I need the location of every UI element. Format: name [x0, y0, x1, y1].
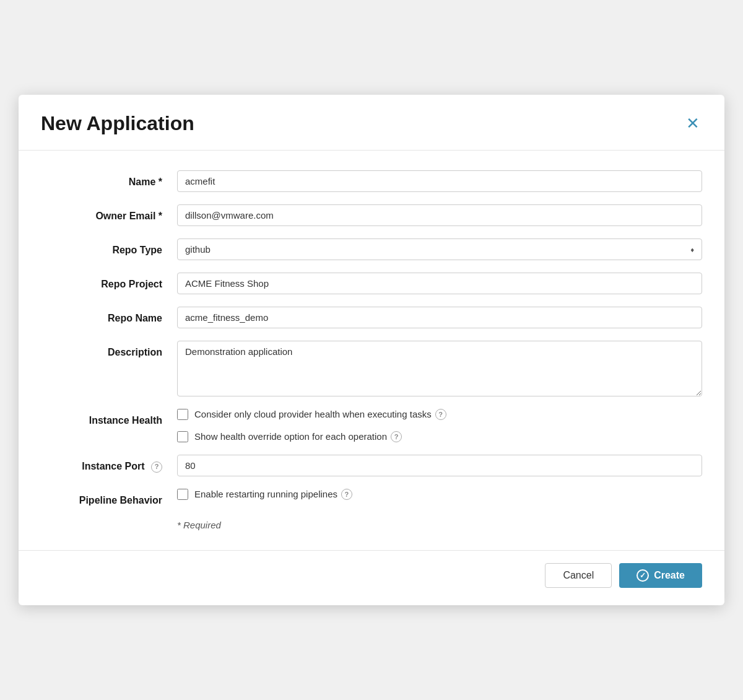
pipeline-checkbox-row: Enable restarting running pipelines ? [177, 489, 352, 500]
modal-body: Name * Owner Email * Repo Type github gi… [19, 151, 724, 545]
repo-project-row: Repo Project [41, 273, 702, 294]
health-override-checkbox-row: Show health override option for each ope… [177, 431, 702, 442]
name-row: Name * [41, 170, 702, 192]
health-override-checkbox[interactable] [177, 431, 188, 442]
repo-name-input[interactable] [177, 307, 702, 328]
owner-email-label: Owner Email * [41, 204, 177, 223]
modal-footer: Cancel ✓ Create [19, 550, 724, 605]
create-button[interactable]: ✓ Create [619, 563, 702, 588]
description-label: Description [41, 341, 177, 359]
close-button[interactable]: ✕ [684, 113, 702, 134]
cloud-health-help-icon[interactable]: ? [435, 409, 446, 420]
name-input[interactable] [177, 170, 702, 192]
instance-port-input[interactable] [177, 455, 702, 476]
instance-port-label: Instance Port ? [41, 455, 177, 473]
instance-port-row: Instance Port ? [41, 455, 702, 476]
pipeline-checkbox-text: Enable restarting running pipelines [194, 489, 337, 499]
description-row: Description Demonstration application [41, 341, 702, 396]
pipeline-behavior-row: Pipeline Behavior Enable restarting runn… [41, 489, 702, 507]
cloud-health-text: Consider only cloud provider health when… [194, 409, 432, 419]
cloud-health-checkbox[interactable] [177, 409, 188, 420]
repo-name-row: Repo Name [41, 307, 702, 328]
cloud-health-label: Consider only cloud provider health when… [194, 409, 446, 420]
health-override-text: Show health override option for each ope… [194, 431, 387, 442]
cancel-button[interactable]: Cancel [545, 563, 612, 588]
instance-health-checkboxes: Consider only cloud provider health when… [177, 409, 702, 442]
health-override-help-icon[interactable]: ? [391, 431, 402, 442]
required-note: * Required [41, 520, 702, 530]
repo-type-wrapper: github gitlab bitbucket ⬧ [177, 238, 702, 260]
owner-email-input[interactable] [177, 204, 702, 226]
repo-project-label: Repo Project [41, 273, 177, 291]
owner-email-row: Owner Email * [41, 204, 702, 226]
instance-health-label: Instance Health [41, 409, 177, 427]
pipeline-behavior-label: Pipeline Behavior [41, 489, 177, 507]
modal-header: New Application ✕ [19, 95, 724, 151]
create-button-label: Create [654, 570, 685, 581]
close-icon: ✕ [686, 115, 700, 131]
name-label: Name * [41, 170, 177, 189]
health-override-label: Show health override option for each ope… [194, 431, 402, 442]
create-check-icon: ✓ [637, 569, 649, 582]
repo-name-label: Repo Name [41, 307, 177, 325]
new-application-modal: New Application ✕ Name * Owner Email * R… [19, 95, 724, 605]
instance-port-help-icon[interactable]: ? [151, 462, 162, 473]
repo-type-label: Repo Type [41, 238, 177, 257]
instance-health-row: Instance Health Consider only cloud prov… [41, 409, 702, 442]
description-textarea[interactable]: Demonstration application [177, 341, 702, 396]
repo-type-select[interactable]: github gitlab bitbucket [177, 238, 702, 260]
pipeline-behavior-checkbox-label: Enable restarting running pipelines ? [194, 489, 352, 500]
cloud-health-checkbox-row: Consider only cloud provider health when… [177, 409, 702, 420]
modal-title: New Application [41, 112, 194, 135]
repo-type-row: Repo Type github gitlab bitbucket ⬧ [41, 238, 702, 260]
instance-port-label-text: Instance Port [82, 461, 144, 471]
repo-project-input[interactable] [177, 273, 702, 294]
pipeline-behavior-checkbox[interactable] [177, 489, 188, 500]
pipeline-help-icon[interactable]: ? [341, 489, 352, 500]
